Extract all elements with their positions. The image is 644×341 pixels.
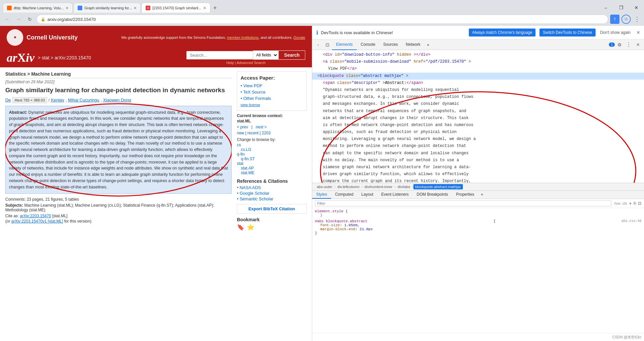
html-line[interactable]: <span class="descriptor" >Abstract:</spa… (312, 80, 644, 87)
forward-button[interactable]: → (14, 15, 23, 24)
bookmark-icon-2[interactable]: ⭐ (247, 224, 254, 231)
search-button[interactable]: Search (278, 50, 305, 60)
qfin-link[interactable]: q-fin (237, 152, 307, 157)
search-field-select[interactable]: All fields (253, 50, 278, 60)
console-tab[interactable]: Console (357, 39, 379, 50)
cs-link[interactable]: cs (237, 143, 307, 147)
tab-close[interactable]: × (203, 5, 206, 11)
url-bar[interactable]: 🔒 arxiv.org/abs/2203.15470 (36, 15, 608, 24)
bc-abs-outer[interactable]: abs-outer (315, 184, 334, 189)
html-line[interactable]: graph-structured data, e.g., brain conne… (312, 94, 644, 101)
prev-link[interactable]: < prev (237, 125, 248, 129)
author-kenlay[interactable]: Kenlay (51, 98, 64, 102)
semantic-scholar-link[interactable]: • Semantic Scholar (237, 196, 273, 201)
help-link[interactable]: Help (226, 61, 234, 65)
html-line[interactable]: networks that are temporal sequences of … (312, 108, 644, 115)
google-scholar-link[interactable]: • Google Scholar (237, 191, 269, 196)
styles-filter-input[interactable] (315, 200, 611, 206)
elements-tab[interactable]: Elements (332, 39, 357, 50)
member-institutions-link[interactable]: member institutions (227, 35, 258, 39)
view-license-link[interactable]: view license (241, 103, 260, 107)
tab-scholar[interactable]: Graph similarity learning for... × (73, 3, 141, 13)
tab-close[interactable]: × (134, 5, 136, 11)
stat-ap-link[interactable]: stat.AP (237, 166, 307, 170)
html-line[interactable]: compare the current graph and its recent… (312, 178, 644, 183)
author-dong[interactable]: Xiaowen Dong (103, 98, 131, 102)
advanced-search-link[interactable]: Advanced Search (237, 61, 265, 65)
html-line[interactable]: method to perform online network change-… (312, 143, 644, 150)
close-button[interactable]: ✕ (629, 3, 644, 13)
html-line[interactable]: View PDF</a> (312, 65, 644, 72)
next-link[interactable]: next > (256, 125, 267, 129)
stat-link[interactable]: stat (237, 161, 307, 166)
html-line[interactable]: siamese graph neural network architectur… (312, 164, 644, 171)
styles-tab-styles[interactable]: Styles (312, 191, 331, 199)
switch-devtools-btn[interactable]: Switch DevTools to Chinese (539, 29, 596, 36)
styles-more-btn[interactable]: » (478, 191, 486, 199)
html-line-selected[interactable]: <blockquote class="abstract mathjax" > (312, 73, 644, 80)
bc-abs[interactable]: div#abs (395, 184, 412, 189)
styles-tab-computed[interactable]: Computed (331, 191, 357, 199)
donate-link[interactable]: Donate (294, 35, 305, 39)
bc-leftcolumn[interactable]: div.leftcolumn (335, 184, 361, 189)
author-cucuringu[interactable]: Mihai Cucuringu (68, 98, 99, 102)
styles-tab-properties[interactable]: Properties (452, 191, 478, 199)
nasa-ads-link[interactable]: • NASA ADS (237, 185, 261, 190)
num-link[interactable]: 2203 (262, 131, 271, 135)
qfin-st-link[interactable]: q-fin.ST (237, 157, 307, 161)
tab-close[interactable]: × (66, 5, 68, 11)
other-formats-link[interactable]: • Other Formats (241, 96, 271, 101)
recent-link[interactable]: recent (248, 131, 258, 135)
devtools-more-btn[interactable]: ⋮ (624, 40, 633, 49)
author-first[interactable]: De (5, 98, 11, 102)
styles-tab-event-listeners[interactable]: Event Listeners (377, 191, 413, 199)
html-line[interactable]: aim at detecting abrupt changes in their… (312, 115, 644, 122)
settings-icon[interactable]: ⚙ (615, 40, 624, 49)
reload-button[interactable]: ↻ (25, 15, 35, 24)
html-line[interactable]: can adapt to the specific network domain… (312, 150, 644, 157)
styles-tab-dom-breakpoints[interactable]: DOM Breakpoints (413, 191, 452, 199)
dont-show-btn[interactable]: Don't show again (598, 29, 633, 36)
html-line[interactable]: <div id="download-button-info" hidden ><… (312, 51, 644, 58)
new-tab-button[interactable]: + (210, 3, 220, 13)
html-line[interactable]: <a class="mobile-submission-download" hr… (312, 58, 644, 65)
minimize-button[interactable]: – (598, 3, 613, 13)
html-line[interactable]: monitoring. Leveraging a graph neural ne… (312, 136, 644, 143)
html-line[interactable]: is often termed network change-point det… (312, 122, 644, 129)
notification-close-icon[interactable]: × (636, 29, 640, 36)
back-button[interactable]: ← (3, 15, 12, 24)
html-line[interactable]: applications, such as fraud detection or… (312, 129, 644, 136)
tab-dblp[interactable]: dblp: Machine Learning, Volu... × (3, 3, 73, 13)
maximize-button[interactable]: ❐ (613, 3, 629, 13)
bc-blockquote[interactable]: blockquote.abstract.mathjax (413, 184, 463, 189)
new-link[interactable]: new (237, 131, 244, 135)
sources-tab[interactable]: Sources (379, 39, 402, 50)
cs-lg-link[interactable]: cs.LG (237, 147, 307, 152)
more-tabs-btn[interactable]: » (424, 39, 432, 50)
device-toggle-btn[interactable]: ⊡ (323, 40, 332, 49)
bookmark-icon-1[interactable]: 🔖 (237, 224, 244, 231)
html-line[interactable]: driven graph similarity function, which … (312, 171, 644, 178)
html-line[interactable]: "Dynamic networks are ubiquitous for mod… (312, 87, 644, 94)
cite-link[interactable]: arXiv:2203.15470 (20, 214, 51, 218)
devtools-close-btn[interactable]: × (633, 40, 643, 49)
tex-source-link[interactable]: • TeX Source (241, 90, 265, 95)
menu-button[interactable]: ⋮ (633, 16, 641, 23)
inspect-element-btn[interactable]: ◦ (314, 40, 323, 49)
copy-filter-icon[interactable]: ⎘ (634, 201, 636, 206)
search-input[interactable] (186, 51, 253, 59)
translate-icon[interactable]: T (610, 15, 619, 24)
arxiv-logo[interactable]: arXiv (7, 51, 35, 65)
match-language-btn[interactable]: Always match Chrome's language (469, 29, 536, 36)
stat-me-link[interactable]: stat.ME (237, 170, 307, 175)
profile-button[interactable]: 访 (621, 15, 631, 24)
export-bibtex-btn[interactable]: Export BibTeX Citation (237, 204, 307, 214)
styles-tab-layout[interactable]: Layout (357, 191, 377, 199)
plus-filter-icon[interactable]: + (629, 201, 632, 206)
network-tab[interactable]: Network (402, 39, 424, 50)
html-line[interactable]: and messages exchanges. In this work, we… (312, 101, 644, 107)
html-line[interactable]: with no delay. The main novelty of our m… (312, 157, 644, 164)
view-pdf-link[interactable]: • View PDF (241, 83, 262, 88)
cite-v1-link[interactable]: arXiv:2203.15470v1 [stat.ML] (11, 219, 63, 224)
bc-content-inner[interactable]: div#content-inner (363, 184, 394, 189)
